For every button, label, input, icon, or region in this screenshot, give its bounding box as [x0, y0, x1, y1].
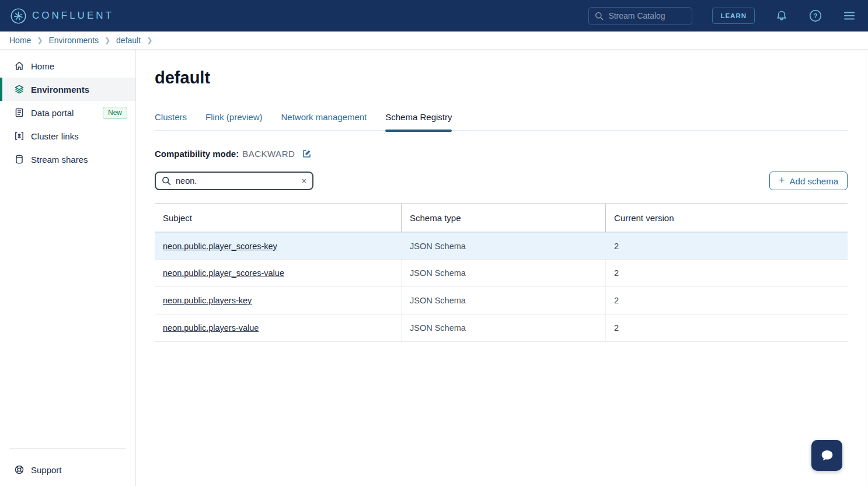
- notifications-bell-icon[interactable]: [775, 9, 789, 23]
- table-row[interactable]: neon.public.player_scores-value JSON Sch…: [155, 260, 848, 287]
- page-edge-line: [866, 50, 866, 486]
- confluent-logo[interactable]: CONFLUENT: [11, 8, 114, 24]
- sidebar-item-label: Support: [31, 465, 62, 475]
- current-version-cell: 2: [605, 314, 848, 341]
- subject-link[interactable]: neon.public.player_scores-key: [163, 242, 277, 251]
- lifebuoy-icon: [14, 464, 25, 475]
- help-icon[interactable]: ?: [808, 9, 822, 23]
- breadcrumb-home[interactable]: Home: [9, 36, 31, 45]
- current-version-cell: 2: [605, 233, 848, 259]
- current-version-cell: 2: [605, 287, 848, 314]
- compatibility-mode-value: BACKWARD: [242, 149, 295, 159]
- sidebar-item-environments[interactable]: Environments: [0, 78, 135, 101]
- sidebar: Home Environments Data po: [0, 50, 136, 486]
- current-version-cell: 2: [605, 260, 848, 286]
- schema-type-cell: JSON Schema: [401, 233, 605, 259]
- cluster-links-icon: [14, 131, 25, 141]
- tab-clusters[interactable]: Clusters: [155, 112, 187, 130]
- schemas-table: Subject Schema type Current version neon…: [155, 203, 848, 342]
- sidebar-item-data-portal[interactable]: Data portal New: [0, 101, 135, 124]
- table-toolbar: × + Add schema: [155, 172, 848, 190]
- table-header-row: Subject Schema type Current version: [155, 203, 848, 232]
- subject-link[interactable]: neon.public.player_scores-value: [163, 268, 284, 278]
- compatibility-mode-row: Compatibility mode: BACKWARD: [155, 149, 848, 159]
- tab-schema-registry[interactable]: Schema Registry: [385, 112, 452, 130]
- table-row[interactable]: neon.public.players-key JSON Schema 2: [155, 287, 848, 314]
- sidebar-item-label: Stream shares: [31, 155, 88, 165]
- breadcrumb: Home ❯ Environments ❯ default ❯: [0, 32, 868, 50]
- column-header-subject: Subject: [155, 204, 401, 232]
- chat-bubble-icon: [818, 447, 836, 464]
- chevron-right-icon: ❯: [147, 36, 152, 44]
- sidebar-item-cluster-links[interactable]: Cluster links: [0, 124, 135, 148]
- schema-type-cell: JSON Schema: [401, 260, 605, 286]
- schema-search-input[interactable]: [176, 176, 297, 186]
- breadcrumb-environments[interactable]: Environments: [48, 36, 99, 45]
- chevron-right-icon: ❯: [104, 36, 110, 44]
- home-icon: [14, 61, 25, 71]
- sidebar-item-home[interactable]: Home: [0, 54, 135, 78]
- sidebar-item-label: Cluster links: [31, 131, 79, 141]
- schema-type-cell: JSON Schema: [401, 287, 605, 314]
- sidebar-item-support[interactable]: Support: [0, 458, 135, 481]
- column-header-current-version: Current version: [605, 204, 848, 232]
- tab-network-management[interactable]: Network management: [281, 112, 367, 130]
- compatibility-mode-label: Compatibility mode:: [155, 149, 239, 159]
- stream-catalog-search[interactable]: [588, 7, 692, 25]
- database-icon: [14, 154, 25, 165]
- schema-type-cell: JSON Schema: [401, 314, 605, 341]
- search-icon: [595, 12, 604, 20]
- sidebar-item-label: Data portal: [31, 108, 74, 118]
- learn-button[interactable]: LEARN: [712, 8, 755, 24]
- document-icon: [14, 107, 25, 118]
- subject-link[interactable]: neon.public.players-key: [163, 296, 252, 305]
- add-schema-button[interactable]: + Add schema: [769, 172, 848, 190]
- chevron-right-icon: ❯: [37, 36, 43, 44]
- search-icon: [162, 176, 171, 186]
- stream-catalog-input[interactable]: [608, 11, 686, 20]
- subject-link[interactable]: neon.public.players-value: [163, 323, 259, 333]
- add-schema-label: Add schema: [790, 176, 838, 186]
- column-header-schema-type: Schema type: [401, 204, 605, 232]
- table-body: neon.public.player_scores-key JSON Schem…: [155, 232, 848, 342]
- page-title: default: [155, 68, 848, 88]
- table-row[interactable]: neon.public.player_scores-key JSON Schem…: [155, 232, 848, 260]
- tab-bar: Clusters Flink (preview) Network managem…: [155, 112, 848, 131]
- new-badge: New: [103, 107, 127, 119]
- hamburger-menu-icon[interactable]: [842, 9, 856, 23]
- layers-icon: [14, 84, 25, 95]
- breadcrumb-default[interactable]: default: [116, 36, 141, 45]
- brand-name: CONFLUENT: [32, 10, 114, 22]
- svg-text:?: ?: [813, 12, 817, 19]
- sidebar-divider: [9, 448, 126, 449]
- main-content: default Clusters Flink (preview) Network…: [136, 50, 868, 486]
- confluent-logo-icon: [11, 8, 26, 24]
- sidebar-item-label: Home: [31, 61, 54, 71]
- schema-search-box[interactable]: ×: [155, 172, 313, 190]
- tab-flink-preview[interactable]: Flink (preview): [205, 112, 263, 130]
- top-navbar: CONFLUENT LEARN ?: [0, 0, 868, 32]
- clear-search-icon[interactable]: ×: [302, 177, 306, 185]
- edit-icon[interactable]: [302, 149, 312, 159]
- table-row[interactable]: neon.public.players-value JSON Schema 2: [155, 314, 848, 342]
- sidebar-item-stream-shares[interactable]: Stream shares: [0, 148, 135, 171]
- chat-support-button[interactable]: [811, 440, 842, 471]
- plus-icon: +: [779, 175, 785, 186]
- sidebar-item-label: Environments: [31, 85, 89, 95]
